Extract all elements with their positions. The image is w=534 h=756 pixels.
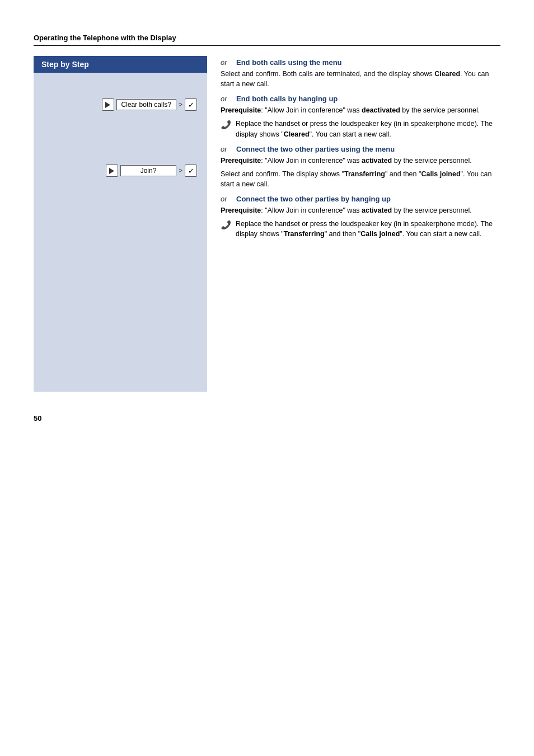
- title-connect-menu: Connect the two other parties using the …: [236, 145, 395, 153]
- arrow-join: >: [179, 167, 182, 175]
- clear-both-calls-label: Clear both calls?: [116, 99, 176, 110]
- phone-text-connect-hanging: Replace the handset or press the loudspe…: [236, 219, 500, 239]
- section-connect-menu: or Connect the two other parties using t…: [221, 145, 500, 189]
- title-connect-hanging: Connect the two other parties by hanging…: [236, 195, 391, 203]
- or-heading-end-both-menu: or End both calls using the menu: [221, 58, 500, 67]
- join-row: Join? > ✓: [38, 165, 203, 177]
- or-label-1: or: [221, 58, 232, 67]
- main-layout: Step by Step Clear both calls? > ✓: [34, 56, 500, 392]
- page-header: Operating the Telephone with the Display: [34, 34, 500, 46]
- prereq-end-both-hanging: Prerequisite: "Allow Join in conference"…: [221, 105, 500, 115]
- content-column: or End both calls using the menu Select …: [207, 56, 500, 392]
- prereq-connect-menu: Prerequisite: "Allow Join in conference"…: [221, 156, 500, 166]
- prereq-connect-hanging: Prerequisite: "Allow Join in conference"…: [221, 205, 500, 215]
- or-heading-connect-menu: or Connect the two other parties using t…: [221, 145, 500, 153]
- join-label: Join?: [120, 165, 176, 176]
- play-button-clear[interactable]: [102, 98, 114, 111]
- body-connect-menu: Select and confirm. The display shows "T…: [221, 169, 500, 189]
- step-by-step-box: Step by Step Clear both calls? > ✓: [34, 56, 207, 392]
- or-label-3: or: [221, 145, 232, 153]
- or-label-4: or: [221, 195, 232, 203]
- step-box-header: Step by Step: [34, 56, 207, 73]
- check-button-join[interactable]: ✓: [185, 165, 197, 177]
- or-label-2: or: [221, 95, 232, 103]
- section-connect-hanging: or Connect the two other parties by hang…: [221, 195, 500, 239]
- phone-icon-2: 📞: [221, 220, 231, 230]
- page-number: 50: [34, 414, 500, 422]
- phone-icon-1: 📞: [221, 120, 231, 130]
- title-end-both-hanging: End both calls by hanging up: [236, 95, 338, 103]
- step-box-body: Clear both calls? > ✓ Join? > ✓: [34, 73, 207, 187]
- check-button-clear[interactable]: ✓: [185, 98, 197, 111]
- title-end-both-menu: End both calls using the menu: [236, 58, 342, 67]
- phone-row-connect-hanging: 📞 Replace the handset or press the louds…: [221, 219, 500, 239]
- phone-row-end-hanging: 📞 Replace the handset or press the louds…: [221, 119, 500, 139]
- or-heading-end-both-hanging: or End both calls by hanging up: [221, 95, 500, 103]
- clear-both-calls-row: Clear both calls? > ✓: [38, 98, 203, 111]
- play-button-join[interactable]: [106, 165, 118, 177]
- or-heading-connect-hanging: or Connect the two other parties by hang…: [221, 195, 500, 203]
- body-end-both-menu: Select and confirm. Both calls are termi…: [221, 69, 500, 89]
- svg-marker-1: [109, 168, 114, 174]
- section-end-both-menu: or End both calls using the menu Select …: [221, 58, 500, 89]
- svg-marker-0: [105, 102, 110, 108]
- arrow-clear: >: [179, 101, 182, 109]
- phone-text-end-hanging: Replace the handset or press the loudspe…: [236, 119, 500, 139]
- section-end-both-hanging: or End both calls by hanging up Prerequi…: [221, 95, 500, 139]
- page-header-title: Operating the Telephone with the Display: [34, 34, 176, 42]
